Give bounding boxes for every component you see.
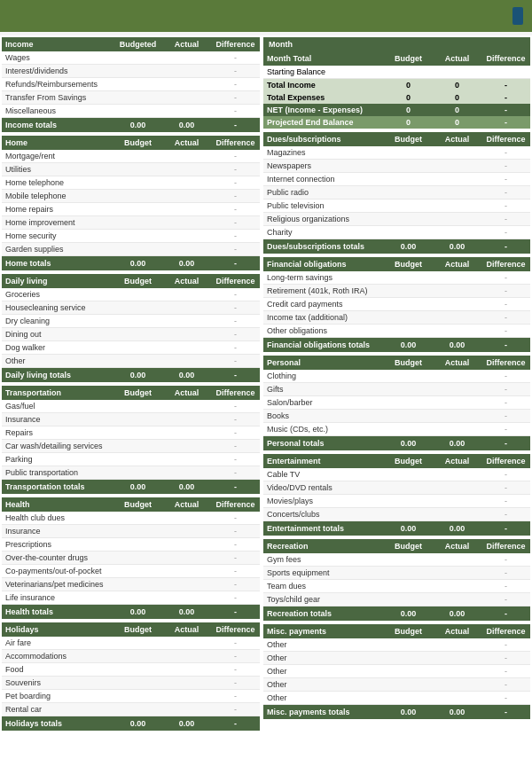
item-budget[interactable] <box>113 340 162 354</box>
item-budget[interactable] <box>384 297 433 310</box>
item-actual[interactable] <box>433 481 481 494</box>
item-actual[interactable] <box>162 51 211 65</box>
item-budget[interactable] <box>384 468 433 481</box>
item-actual[interactable] <box>433 297 481 310</box>
item-budget[interactable] <box>113 150 162 163</box>
item-budget[interactable] <box>113 524 162 537</box>
item-budget[interactable] <box>113 412 162 426</box>
item-budget[interactable] <box>113 51 162 65</box>
item-actual[interactable] <box>433 199 481 212</box>
item-budget[interactable] <box>113 242 162 255</box>
item-actual[interactable] <box>433 225 481 239</box>
item-actual[interactable] <box>162 689 211 702</box>
item-actual[interactable] <box>162 577 211 591</box>
item-budget[interactable] <box>113 104 162 117</box>
item-budget[interactable] <box>113 215 162 229</box>
item-actual[interactable] <box>162 215 211 229</box>
item-actual[interactable] <box>162 466 211 479</box>
item-actual[interactable] <box>433 146 481 160</box>
item-actual[interactable] <box>162 242 211 255</box>
item-actual[interactable] <box>162 301 211 314</box>
item-budget[interactable] <box>384 651 433 664</box>
item-budget[interactable] <box>384 146 433 160</box>
item-actual[interactable] <box>162 189 211 202</box>
item-actual[interactable] <box>433 370 481 383</box>
item-budget[interactable] <box>384 370 433 383</box>
item-actual[interactable] <box>433 212 481 225</box>
item-budget[interactable] <box>113 591 162 604</box>
item-actual[interactable] <box>162 637 211 650</box>
item-actual[interactable] <box>433 468 481 481</box>
item-actual[interactable] <box>433 185 481 199</box>
item-budget[interactable] <box>113 439 162 452</box>
item-budget[interactable] <box>113 301 162 314</box>
item-budget[interactable] <box>384 395 433 409</box>
item-actual[interactable] <box>433 159 481 172</box>
item-budget[interactable] <box>384 199 433 212</box>
item-actual[interactable] <box>162 400 211 413</box>
item-actual[interactable] <box>433 592 481 606</box>
item-budget[interactable] <box>384 507 433 520</box>
item-actual[interactable] <box>162 702 211 716</box>
item-budget[interactable] <box>113 162 162 176</box>
item-actual[interactable] <box>162 104 211 117</box>
item-budget[interactable] <box>384 592 433 606</box>
item-budget[interactable] <box>384 324 433 337</box>
item-actual[interactable] <box>433 677 481 691</box>
item-budget[interactable] <box>384 284 433 297</box>
item-budget[interactable] <box>384 422 433 435</box>
item-actual[interactable] <box>162 90 211 104</box>
item-budget[interactable] <box>113 314 162 327</box>
item-budget[interactable] <box>113 64 162 77</box>
item-actual[interactable] <box>162 426 211 439</box>
item-budget[interactable] <box>384 677 433 691</box>
item-budget[interactable] <box>384 159 433 172</box>
item-budget[interactable] <box>384 271 433 285</box>
item-actual[interactable] <box>162 439 211 452</box>
item-actual[interactable] <box>162 340 211 354</box>
item-actual[interactable] <box>162 452 211 466</box>
item-budget[interactable] <box>113 662 162 676</box>
item-budget[interactable] <box>113 400 162 413</box>
item-budget[interactable] <box>113 637 162 650</box>
item-budget[interactable] <box>384 553 433 567</box>
item-budget[interactable] <box>384 409 433 422</box>
item-actual[interactable] <box>162 512 211 525</box>
item-budget[interactable] <box>384 566 433 579</box>
item-actual[interactable] <box>433 324 481 337</box>
item-budget[interactable] <box>384 691 433 704</box>
item-budget[interactable] <box>113 288 162 301</box>
item-actual[interactable] <box>433 691 481 704</box>
item-actual[interactable] <box>433 553 481 567</box>
item-actual[interactable] <box>433 566 481 579</box>
item-actual[interactable] <box>433 382 481 395</box>
item-budget[interactable] <box>113 702 162 716</box>
item-budget[interactable] <box>113 466 162 479</box>
item-actual[interactable] <box>162 591 211 604</box>
item-actual[interactable] <box>433 284 481 297</box>
item-actual[interactable] <box>162 327 211 340</box>
item-budget[interactable] <box>384 494 433 507</box>
item-budget[interactable] <box>113 202 162 215</box>
item-budget[interactable] <box>113 689 162 702</box>
item-budget[interactable] <box>113 327 162 340</box>
item-actual[interactable] <box>162 162 211 176</box>
item-budget[interactable] <box>384 172 433 185</box>
item-actual[interactable] <box>162 176 211 189</box>
item-budget[interactable] <box>384 185 433 199</box>
item-budget[interactable] <box>113 551 162 564</box>
item-budget[interactable] <box>113 90 162 104</box>
item-actual[interactable] <box>433 395 481 409</box>
item-actual[interactable] <box>433 638 481 652</box>
item-actual[interactable] <box>162 314 211 327</box>
item-actual[interactable] <box>433 664 481 677</box>
item-actual[interactable] <box>162 150 211 163</box>
item-actual[interactable] <box>162 288 211 301</box>
item-budget[interactable] <box>113 229 162 242</box>
item-actual[interactable] <box>162 354 211 367</box>
item-actual[interactable] <box>162 524 211 537</box>
item-actual[interactable] <box>433 422 481 435</box>
item-actual[interactable] <box>162 412 211 426</box>
item-budget[interactable] <box>113 176 162 189</box>
item-actual[interactable] <box>433 310 481 324</box>
